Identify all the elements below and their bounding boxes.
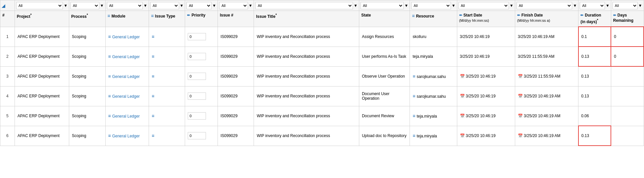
finish-date-value: 3/25/20 10:46:19 AM	[524, 133, 561, 138]
row-start-date-cell: 3/25/20 10:46:19	[457, 47, 515, 66]
start-date-edit-icon	[459, 13, 464, 18]
filter-issue-title-select[interactable]: All	[255, 2, 353, 9]
row-state-cell: Upload doc to Repository	[359, 126, 410, 146]
row-project-cell: APAC ERP Deployment	[15, 86, 69, 106]
priority-input[interactable]	[188, 92, 206, 100]
row-start-date-cell: 📅3/25/20 10:46:19	[457, 86, 515, 106]
row-resource-cell: sarojkumar.sahu	[410, 66, 457, 86]
filter-start-date-arrow: ▼	[510, 3, 514, 8]
row-resource-cell: teja.miryala	[410, 126, 457, 146]
table-row: 5APAC ERP DeploymentScopingGeneral Ledge…	[0, 106, 644, 126]
module-link[interactable]: General Ledger	[112, 54, 140, 59]
filter-finish-date-select[interactable]: All	[517, 2, 572, 9]
filter-project-arrow: ▼	[64, 3, 68, 8]
filter-issue-num-cell: All ▼	[218, 0, 254, 11]
filter-finish-date-arrow: ▼	[573, 3, 577, 8]
header-row: # Project* Process* Module Issue Type Pr…	[0, 11, 644, 27]
resource-row-list-icon	[413, 134, 417, 138]
row-issue-title-cell: WIP inventory and Reconcillation process	[254, 106, 359, 126]
issue-type-row-list-icon	[152, 74, 156, 79]
row-issue-type-cell	[149, 126, 185, 146]
priority-input[interactable]	[188, 53, 206, 60]
issue-type-list-icon	[151, 14, 155, 18]
start-date-value: 3/25/20 10:46:19	[466, 94, 496, 98]
row-days-remaining-cell	[611, 66, 644, 86]
row-priority-cell	[185, 47, 218, 66]
finish-calendar-icon: 📅	[518, 94, 523, 98]
module-link[interactable]: General Ledger	[112, 114, 140, 119]
filter-project-select[interactable]: All	[16, 2, 63, 9]
filter-module-cell: All ▼	[105, 0, 149, 11]
row-process-cell: Scoping	[69, 86, 105, 106]
filter-issue-num-arrow: ▼	[249, 3, 253, 8]
row-num-cell: 5	[0, 106, 15, 126]
th-state: State	[359, 11, 410, 27]
th-process-label: Process*	[71, 14, 88, 19]
filter-duration-arrow: ▼	[606, 3, 610, 8]
resource-row-list-icon	[413, 94, 417, 99]
filter-project-cell: All ▼	[15, 0, 69, 11]
row-issue-type-cell	[149, 86, 185, 106]
start-date-value: 3/25/20 10:46:19	[466, 74, 496, 79]
filter-duration-select[interactable]: All	[580, 2, 605, 9]
priority-input[interactable]	[188, 33, 206, 40]
duration-edit-icon	[580, 13, 585, 18]
row-days-remaining-cell: 0	[611, 27, 644, 47]
start-calendar-icon: 📅	[460, 74, 465, 79]
priority-input[interactable]	[188, 132, 206, 139]
th-project: Project*	[15, 11, 69, 27]
filter-resource-select[interactable]: All	[411, 2, 451, 9]
filter-issue-num-select[interactable]: All	[219, 2, 248, 9]
row-issue-num-cell: IS099029	[218, 27, 254, 47]
filter-priority-select[interactable]: All	[186, 2, 212, 9]
row-module-cell: General Ledger	[105, 66, 149, 86]
filter-finish-date-cell: All ▼	[515, 0, 578, 11]
resource-value: teja.miryala	[417, 114, 437, 119]
th-finish-date: Finish Date(M/d/yy hh:mm:ss a)	[515, 11, 578, 27]
row-days-remaining-cell	[611, 126, 644, 146]
filter-days-remaining-select[interactable]: All	[613, 2, 638, 9]
row-issue-type-cell	[149, 66, 185, 86]
module-link[interactable]: General Ledger	[112, 35, 140, 39]
filter-hash-cell: ◢	[0, 0, 15, 11]
priority-input[interactable]	[188, 73, 206, 80]
finish-calendar-icon: 📅	[518, 114, 523, 118]
row-num-cell: 6	[0, 126, 15, 146]
row-issue-title-cell: WIP inventory and Reconcillation process	[254, 47, 359, 66]
filter-process-select[interactable]: All	[71, 2, 99, 9]
module-link[interactable]: General Ledger	[112, 94, 140, 99]
th-issue-title: Issue Title*	[254, 11, 359, 27]
row-process-cell: Scoping	[69, 47, 105, 66]
main-table-container: ◢ All ▼ All ▼	[0, 0, 644, 146]
filter-module-select[interactable]: All	[107, 2, 143, 9]
filter-state-select[interactable]: All	[361, 2, 404, 9]
module-link[interactable]: General Ledger	[112, 74, 140, 79]
row-days-remaining-cell	[611, 86, 644, 106]
th-issue-title-label: Issue Title*	[256, 14, 276, 19]
filter-start-date-select[interactable]: All	[459, 2, 509, 9]
table-row: 3APAC ERP DeploymentScopingGeneral Ledge…	[0, 66, 644, 86]
priority-input[interactable]	[188, 112, 206, 120]
filter-issue-title-cell: All ▼	[254, 0, 359, 11]
th-module-label: Module	[112, 14, 125, 18]
priority-edit-icon	[187, 13, 191, 18]
th-issue-type-label: Issue Type	[155, 14, 175, 18]
resource-value: teja.miryala	[417, 134, 437, 138]
filter-priority-cell: All ▼	[185, 0, 218, 11]
row-duration-cell: 0.06	[578, 106, 611, 126]
resource-list-icon	[412, 14, 416, 18]
th-resource: Resource	[410, 11, 457, 27]
filter-issue-type-select[interactable]: All	[150, 2, 179, 9]
row-start-date-cell: 📅3/25/20 10:46:19	[457, 106, 515, 126]
start-date-value: 3/25/20 10:46:19	[460, 54, 490, 59]
row-finish-date-cell: 📅3/25/20 10:46:19 AM	[515, 126, 578, 146]
start-date-value: 3/25/20 10:46:19	[466, 114, 496, 118]
row-priority-cell	[185, 27, 218, 47]
module-link[interactable]: General Ledger	[112, 134, 140, 138]
finish-date-value: 3/25/20 11:55:59 AM	[518, 54, 555, 59]
row-issue-title-cell: WIP inventory and Reconcillation process	[254, 126, 359, 146]
filter-resource-arrow: ▼	[452, 3, 456, 8]
issue-type-row-list-icon	[152, 134, 156, 138]
row-process-cell: Scoping	[69, 27, 105, 47]
finish-calendar-icon: 📅	[518, 74, 523, 79]
